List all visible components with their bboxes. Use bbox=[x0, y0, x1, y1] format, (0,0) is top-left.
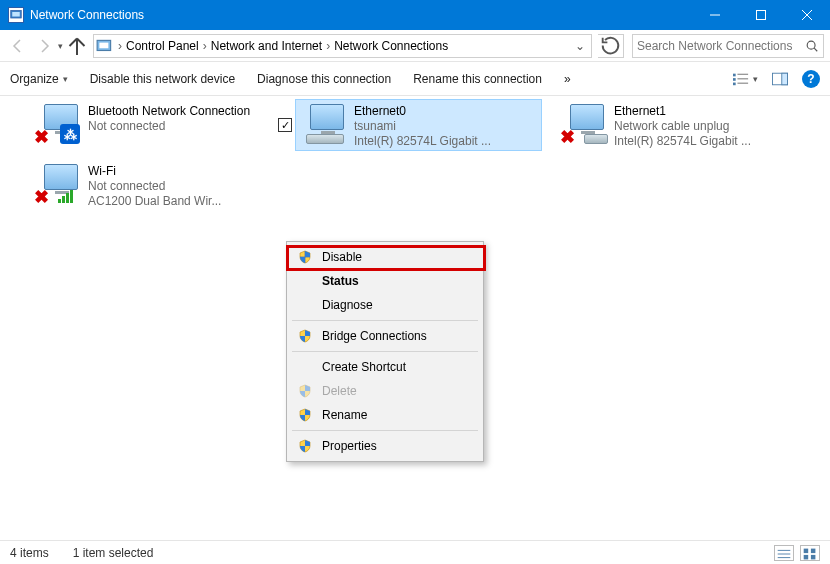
bluetooth-icon: ⁂ bbox=[60, 124, 80, 144]
adapter-status: Network cable unplug bbox=[614, 119, 751, 134]
disconnected-x-icon: ✖ bbox=[560, 126, 575, 148]
svg-point-8 bbox=[807, 41, 815, 49]
adapter-name: Ethernet1 bbox=[614, 104, 751, 119]
adapter-bluetooth[interactable]: ✖ ⁂ Bluetooth Network Connection Not con… bbox=[30, 100, 275, 150]
disable-device-button[interactable]: Disable this network device bbox=[90, 72, 235, 86]
svg-line-9 bbox=[814, 48, 817, 51]
ctx-label: Create Shortcut bbox=[322, 360, 406, 374]
adapter-name: Bluetooth Network Connection bbox=[88, 104, 250, 119]
adapter-status: Not connected bbox=[88, 119, 250, 134]
svg-rect-21 bbox=[70, 190, 73, 203]
title-bar: Network Connections bbox=[0, 0, 830, 30]
ctx-label: Rename bbox=[322, 408, 367, 422]
ctx-label: Diagnose bbox=[322, 298, 373, 312]
shield-icon bbox=[298, 439, 312, 453]
maximize-button[interactable] bbox=[738, 0, 784, 30]
adapter-name: Ethernet0 bbox=[354, 104, 491, 119]
ctx-bridge[interactable]: Bridge Connections bbox=[290, 324, 480, 348]
search-placeholder: Search Network Connections bbox=[637, 39, 805, 53]
adapter-checkbox[interactable]: ✓ bbox=[278, 118, 292, 132]
view-options-button[interactable]: ▾ bbox=[733, 71, 758, 87]
details-view-button[interactable] bbox=[774, 545, 794, 561]
context-menu: Disable Status Diagnose Bridge Connectio… bbox=[286, 241, 484, 462]
shield-icon bbox=[298, 329, 312, 343]
ctx-label: Properties bbox=[322, 439, 377, 453]
disconnected-x-icon: ✖ bbox=[34, 126, 49, 148]
svg-rect-10 bbox=[733, 73, 736, 76]
svg-rect-19 bbox=[62, 196, 65, 203]
svg-rect-1 bbox=[12, 12, 20, 17]
address-bar[interactable]: › Control Panel › Network and Internet ›… bbox=[93, 34, 592, 58]
address-icon bbox=[96, 37, 114, 55]
svg-rect-27 bbox=[804, 554, 809, 559]
chevron-right-icon[interactable]: › bbox=[116, 39, 124, 53]
ctx-rename[interactable]: Rename bbox=[290, 403, 480, 427]
adapter-wifi[interactable]: ✖ Wi-Fi Not connected AC1200 Dual Band W… bbox=[30, 160, 275, 210]
preview-pane-button[interactable] bbox=[772, 71, 788, 87]
adapter-status: tsunami bbox=[354, 119, 491, 134]
address-dropdown[interactable]: ⌄ bbox=[571, 39, 589, 53]
ethernet-icon bbox=[584, 134, 608, 144]
refresh-button[interactable] bbox=[598, 34, 624, 58]
breadcrumb-network-internet[interactable]: Network and Internet bbox=[209, 39, 324, 53]
adapter-device: AC1200 Dual Band Wir... bbox=[88, 194, 221, 209]
more-commands-button[interactable]: » bbox=[564, 72, 571, 86]
breadcrumb-control-panel[interactable]: Control Panel bbox=[124, 39, 201, 53]
chevron-right-icon[interactable]: › bbox=[201, 39, 209, 53]
status-bar: 4 items 1 item selected bbox=[0, 540, 830, 564]
minimize-button[interactable] bbox=[692, 0, 738, 30]
adapter-icon: ✖ bbox=[562, 104, 610, 144]
svg-rect-28 bbox=[811, 554, 816, 559]
close-button[interactable] bbox=[784, 0, 830, 30]
recent-locations-dropdown[interactable]: ▾ bbox=[58, 41, 63, 51]
status-selected-count: 1 item selected bbox=[73, 546, 154, 560]
organize-menu[interactable]: Organize▾ bbox=[10, 72, 68, 86]
separator bbox=[292, 351, 478, 352]
svg-rect-12 bbox=[733, 78, 736, 81]
ctx-label: Disable bbox=[322, 250, 362, 264]
shield-icon bbox=[298, 384, 312, 398]
adapter-icon: ✖ bbox=[36, 164, 84, 204]
ctx-diagnose[interactable]: Diagnose bbox=[290, 293, 480, 317]
ethernet-icon bbox=[306, 134, 344, 144]
ctx-label: Status bbox=[322, 274, 359, 288]
help-button[interactable]: ? bbox=[802, 70, 820, 88]
ctx-properties[interactable]: Properties bbox=[290, 434, 480, 458]
wifi-icon bbox=[58, 186, 78, 206]
breadcrumb-network-connections[interactable]: Network Connections bbox=[332, 39, 450, 53]
back-button[interactable] bbox=[6, 34, 30, 58]
adapter-ethernet0[interactable]: Ethernet0 tsunami Intel(R) 82574L Gigabi… bbox=[296, 100, 541, 150]
adapter-device: Intel(R) 82574L Gigabit ... bbox=[354, 134, 491, 149]
ctx-create-shortcut[interactable]: Create Shortcut bbox=[290, 355, 480, 379]
svg-rect-7 bbox=[99, 42, 108, 48]
chevron-right-icon[interactable]: › bbox=[324, 39, 332, 53]
svg-rect-18 bbox=[58, 199, 61, 203]
adapters-pane: ✖ ⁂ Bluetooth Network Connection Not con… bbox=[0, 96, 830, 540]
status-item-count: 4 items bbox=[10, 546, 49, 560]
diagnose-connection-button[interactable]: Diagnose this connection bbox=[257, 72, 391, 86]
rename-connection-button[interactable]: Rename this connection bbox=[413, 72, 542, 86]
window-title: Network Connections bbox=[30, 8, 692, 22]
svg-rect-11 bbox=[737, 73, 748, 74]
nav-bar: ▾ › Control Panel › Network and Internet… bbox=[0, 30, 830, 62]
shield-icon bbox=[298, 408, 312, 422]
ctx-status[interactable]: Status bbox=[290, 269, 480, 293]
ctx-label: Bridge Connections bbox=[322, 329, 427, 343]
large-icons-view-button[interactable] bbox=[800, 545, 820, 561]
app-icon bbox=[8, 7, 24, 23]
svg-rect-25 bbox=[804, 548, 809, 553]
disconnected-x-icon: ✖ bbox=[34, 186, 49, 208]
forward-button[interactable] bbox=[32, 34, 56, 58]
adapter-ethernet1[interactable]: ✖ Ethernet1 Network cable unplug Intel(R… bbox=[556, 100, 801, 150]
search-box[interactable]: Search Network Connections bbox=[632, 34, 824, 58]
up-button[interactable] bbox=[65, 34, 89, 58]
adapter-icon bbox=[302, 104, 350, 144]
shield-icon bbox=[298, 250, 312, 264]
adapter-name: Wi-Fi bbox=[88, 164, 221, 179]
svg-rect-13 bbox=[737, 78, 748, 79]
ctx-label: Delete bbox=[322, 384, 357, 398]
svg-rect-15 bbox=[737, 82, 748, 83]
adapter-device: Intel(R) 82574L Gigabit ... bbox=[614, 134, 751, 149]
search-icon bbox=[805, 39, 819, 53]
ctx-disable[interactable]: Disable bbox=[290, 245, 480, 269]
